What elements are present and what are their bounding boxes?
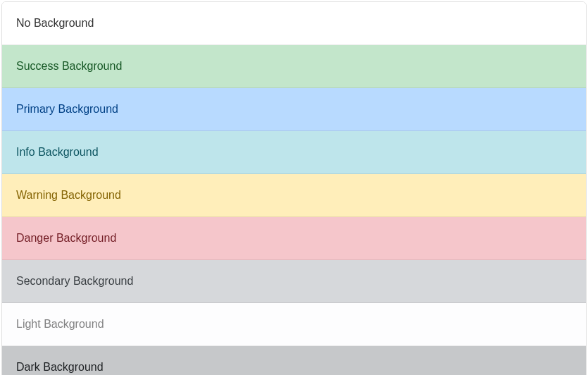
- list-item-dark-background[interactable]: Dark Background: [2, 346, 586, 375]
- list-item-info-background[interactable]: Info Background: [2, 131, 586, 174]
- list-item-label: Primary Background: [16, 103, 118, 115]
- list-item-no-background[interactable]: No Background: [2, 2, 586, 45]
- list-item-secondary-background[interactable]: Secondary Background: [2, 260, 586, 303]
- list-item-warning-background[interactable]: Warning Background: [2, 174, 586, 217]
- list-item-label: Success Background: [16, 60, 122, 72]
- list-item-danger-background[interactable]: Danger Background: [2, 217, 586, 260]
- list-item-success-background[interactable]: Success Background: [2, 45, 586, 88]
- list-item-label: Danger Background: [16, 232, 116, 244]
- background-variant-list: No Background Success Background Primary…: [1, 1, 587, 375]
- list-item-primary-background[interactable]: Primary Background: [2, 88, 586, 131]
- list-item-label: No Background: [16, 17, 94, 29]
- list-item-light-background[interactable]: Light Background: [2, 303, 586, 346]
- list-item-label: Dark Background: [16, 361, 104, 373]
- list-item-label: Light Background: [16, 318, 104, 330]
- list-item-label: Info Background: [16, 146, 99, 158]
- list-item-label: Secondary Background: [16, 275, 133, 287]
- list-item-label: Warning Background: [16, 189, 121, 201]
